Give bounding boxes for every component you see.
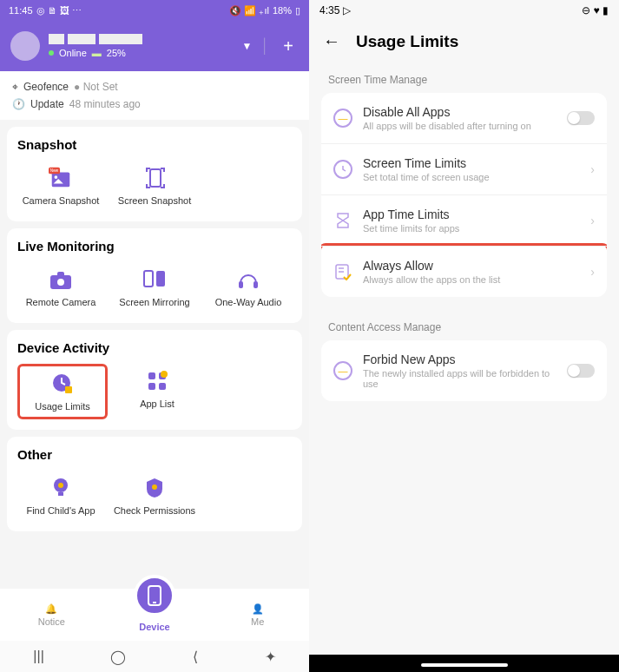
info-bar: ⌖ Geofence ● Not Set 🕐 Update 48 minutes… [0,71,309,120]
forbid-icon: — [333,361,352,380]
disable-all-apps-row[interactable]: — Disable All AppsAll apps will be disab… [321,93,607,143]
row-sub: All apps will be disabled after turning … [363,121,556,131]
row-title: Forbid New Apps [363,352,556,366]
row-sub: Set total time of screen usage [363,172,580,182]
chevron-right-icon: › [590,214,595,227]
back-arrow-icon[interactable]: ← [323,31,340,51]
geofence-label: Geofence [23,81,69,93]
bell-icon: 🔔 [45,603,57,615]
snapshot-title: Snapshot [17,137,292,152]
other-card: Other Find Child's App Check Permissions [7,437,302,531]
usage-limits-item[interactable]: Usage Limits [17,364,108,419]
screen-time-card: — Disable All AppsAll apps will be disab… [321,93,607,297]
svg-point-20 [58,483,63,488]
section-label: Content Access Manage [309,309,619,340]
screen-snapshot-item[interactable]: Screen Snapshot [111,161,198,211]
item-label: One-Way Audio [215,297,282,307]
status-time: 11:45 [9,5,33,16]
screen-time-limits-row[interactable]: Screen Time LimitsSet total time of scre… [321,143,607,194]
monitoring-card: Live Monitoring Remote Camera Screen Mir… [7,228,302,323]
screen-mirroring-item[interactable]: Screen Mirroring [111,262,198,313]
svg-rect-8 [144,271,153,287]
row-title: App Time Limits [363,208,580,221]
status-bar: 4:35 ▷ ⊖ ♥ ▮ [309,0,619,21]
add-button[interactable]: + [278,36,299,56]
back-icon[interactable]: ⟨ [193,649,198,665]
find-child-app-item[interactable]: Find Child's App [17,471,104,521]
list-check-icon [333,262,352,281]
svg-rect-0 [52,172,70,187]
profile-header: Online ▬ 25% ▼ │ + [0,21,309,71]
camera-snapshot-icon: New [49,166,73,190]
system-nav: ||| ◯ ⟨ ✦ [0,641,309,672]
svg-point-7 [57,279,64,286]
check-permissions-item[interactable]: Check Permissions [111,471,198,521]
name-redacted [99,34,142,44]
toggle-switch[interactable] [567,111,595,125]
row-title: Always Allow [363,259,580,273]
nav-label: Me [251,616,264,627]
system-gesture-bar [309,655,619,672]
online-dot-icon [49,50,54,56]
nav-notice[interactable]: 🔔 Notice [0,603,103,627]
geofence-value: Not Set [83,81,118,93]
always-allow-row[interactable]: Always AllowAlways allow the apps on the… [321,246,607,297]
headphones-icon [236,267,260,292]
row-title: Disable All Apps [363,105,556,119]
activity-card: Device Activity Usage Limits App List [7,330,302,430]
online-label: Online [59,48,87,58]
svg-point-18 [161,371,168,378]
nav-me[interactable]: 👤 Me [206,603,309,627]
row-sub: Set time limits for apps [363,223,580,234]
nav-label: Notice [38,616,65,627]
camera-icon [49,267,73,292]
device-fab-icon [134,575,175,616]
item-label: Find Child's App [26,505,95,516]
app-list-item[interactable]: App List [115,364,200,419]
hourglass-icon [333,211,352,230]
forbid-new-apps-row[interactable]: — Forbid New AppsThe newly installed app… [321,340,607,401]
svg-rect-4 [150,169,161,187]
chevron-right-icon: › [590,265,595,279]
item-label: App List [140,399,175,409]
geofence-row[interactable]: ⌖ Geofence ● Not Set [12,78,297,96]
activity-title: Device Activity [17,340,292,355]
dropdown-icon[interactable]: ▼ [241,40,252,52]
avatar[interactable] [10,31,40,61]
screen-snapshot-icon [142,166,167,190]
remote-camera-item[interactable]: Remote Camera [17,262,104,313]
svg-rect-16 [148,383,155,390]
update-row[interactable]: 🕐 Update 48 minutes ago [12,96,297,113]
camera-snapshot-item[interactable]: New Camera Snapshot [17,161,104,211]
accessibility-icon[interactable]: ✦ [265,649,276,665]
item-label: Check Permissions [114,505,195,516]
home-icon[interactable]: ◯ [110,649,126,665]
app-time-limits-row[interactable]: App Time LimitsSet time limits for apps … [321,194,607,246]
name-redacted [68,34,95,44]
svg-rect-14 [148,372,155,379]
shield-icon [142,476,167,500]
disable-icon: — [333,109,352,128]
page-header: ← Usage Limits [309,21,619,62]
svg-rect-21 [58,492,63,496]
nav-device[interactable]: Device [103,597,207,632]
snapshot-card: Snapshot New Camera Snapshot Screen Snap… [7,127,302,221]
status-time: 4:35 [319,4,339,16]
row-title: Screen Time Limits [363,156,580,170]
device-battery: 25% [107,48,126,58]
svg-point-1 [55,175,58,179]
item-label: Screen Snapshot [118,195,191,206]
recent-icon[interactable]: ||| [33,649,43,664]
usage-limits-icon [50,372,75,396]
name-redacted [49,34,64,44]
status-battery: 18% [273,5,292,16]
svg-rect-6 [57,272,64,277]
one-way-audio-item[interactable]: One-Way Audio [205,262,292,313]
content-access-card: — Forbid New AppsThe newly installed app… [321,340,607,401]
row-sub: Always allow the apps on the list [363,274,580,285]
svg-rect-24 [153,602,156,603]
toggle-switch[interactable] [567,364,595,378]
other-title: Other [17,447,292,462]
update-value: 48 minutes ago [69,98,141,110]
status-bar: 11:45 ◎ 🗎 🖼 ⋯ 🔇 📶 ₊ıl18%▯ [0,0,309,21]
